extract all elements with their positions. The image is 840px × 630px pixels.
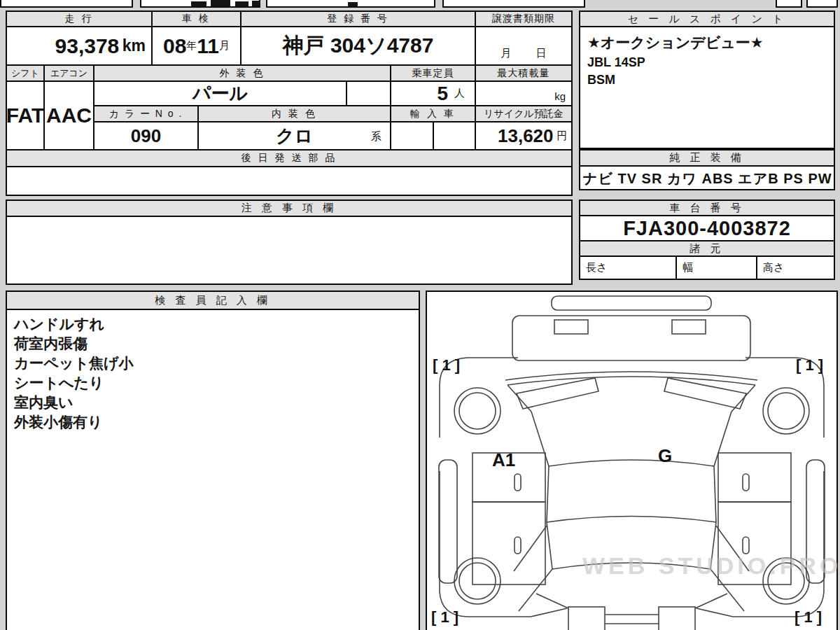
capacity-value: 5	[438, 83, 449, 105]
shift-value-cell: FAT	[7, 82, 45, 150]
interior-color-value: クロ	[276, 124, 313, 148]
cropped-top-row-cell	[442, 0, 585, 8]
chassis-value: FJA300-4003872	[580, 216, 834, 241]
import-header: 輸 入 車	[391, 106, 476, 122]
inspection-year: 08	[163, 34, 186, 58]
mileage-header: 走 行	[7, 12, 153, 27]
interior-color-suffix: 系	[371, 130, 382, 144]
corner-mark-rear-left: [ 1 ]	[431, 608, 458, 626]
front-plate-bar	[552, 296, 711, 310]
registration-header: 登 録 番 号	[241, 12, 476, 27]
color-no-value-cell: 090	[94, 122, 199, 150]
tail-lamp-left	[568, 607, 605, 630]
front-bumper	[512, 316, 750, 360]
shift-header: シフト	[7, 66, 45, 82]
shift-label: シフト	[11, 67, 39, 80]
caution-title: 注 意 事 項 欄	[241, 202, 337, 215]
specs-title: 諸 元	[690, 242, 724, 255]
color-no-value: 090	[131, 125, 161, 147]
panel-label-g: G	[658, 445, 672, 466]
sales-point-line: JBL 14SP	[580, 54, 834, 71]
aircon-value-cell: AAC	[45, 82, 94, 150]
import-value-cell-1	[391, 122, 434, 150]
exterior-color-label: 外 装 色	[220, 67, 265, 80]
recycle-value: 13,620	[498, 125, 554, 147]
chassis-header: 車 台 番 号	[580, 201, 834, 216]
inspection-month: 11	[197, 34, 219, 58]
spec-length-label: 長さ	[586, 261, 607, 274]
panel-label-a1: A1	[492, 449, 515, 470]
clipped-text-fragment	[348, 2, 358, 6]
inspector-header: 検 査 員 記 入 欄	[7, 292, 419, 310]
mileage-unit: km	[122, 36, 146, 55]
cropped-top-row-cell	[776, 0, 802, 8]
transfer-day-label: 日	[536, 47, 547, 60]
color-no-header: カ ラ ー N o .	[94, 106, 199, 122]
inspector-note: ハンドルすれ	[7, 314, 419, 334]
transfer-month-label: 月	[500, 47, 511, 60]
capacity-unit: 人	[454, 87, 465, 100]
mileage-value-cell: 93,378 km	[7, 27, 153, 66]
corner-mark-front-left: [ 1 ]	[433, 356, 460, 374]
registration-label: 登 録 番 号	[327, 13, 389, 25]
caution-box: 注 意 事 項 欄	[6, 200, 573, 285]
chassis-box: 車 台 番 号 FJA300-4003872 諸 元 長さ 幅 高さ	[579, 200, 835, 280]
caution-body	[7, 217, 571, 284]
capacity-label: 乗車定員	[412, 67, 454, 80]
sales-point-body: ★オークションデビュー★ JBL 14SP BSM	[580, 27, 834, 89]
equipment-title: 純 正 装 備	[669, 151, 745, 164]
registration-value-cell: 神戸 304ソ4787	[241, 27, 476, 66]
door-handle	[743, 474, 749, 491]
cropped-top-row-cell	[0, 0, 133, 8]
inspection-month-suffix: 月	[219, 39, 230, 52]
sales-point-box: セ ー ル ス ポ イ ン ト ★オークションデビュー★ JBL 14SP BS…	[579, 10, 835, 149]
spec-length-cell: 長さ	[580, 257, 677, 279]
later-parts-header: 後 日 発 送 部 品	[7, 150, 571, 167]
sales-point-line: ★オークションデビュー★	[580, 31, 834, 54]
shift-value: FAT	[7, 104, 44, 127]
transfer-doc-header: 譲渡書類期限	[476, 12, 571, 27]
inspector-note: 外装小傷有り	[7, 412, 419, 432]
wheel-rear-left	[454, 558, 500, 604]
color-no-label: カ ラ ー N o .	[109, 108, 183, 120]
clipped-text-fragment	[211, 0, 230, 6]
inspector-body: ハンドルすれ 荷室内張傷 カーペット焦げ小 シートへたり 室内臭い 外装小傷有り	[7, 310, 419, 432]
inspector-note: カーペット焦げ小	[7, 354, 419, 373]
corner-mark-rear-right: [ 1 ]	[794, 608, 822, 626]
car-diagram-box: [ 1 ] [ 1 ] [ 1 ] [ 1 ] A1 G WEB STUDIO.…	[426, 290, 838, 630]
equipment-header: 純 正 装 備	[580, 150, 834, 167]
later-parts-value-cell	[7, 167, 571, 195]
specs-row: 長さ 幅 高さ	[580, 257, 834, 279]
sales-point-line: BSM	[580, 71, 834, 89]
front-lamp-left	[554, 320, 588, 334]
exterior-color-value: パール	[192, 82, 248, 106]
interior-color-label: 内 装 色	[272, 108, 317, 120]
aircon-header: エアコン	[45, 66, 94, 82]
wheel-front-right	[763, 388, 809, 434]
watermark: WEB STUDIO.PRO	[582, 552, 840, 580]
sales-point-header: セ ー ル ス ポ イ ン ト	[580, 12, 834, 27]
inspector-note: 室内臭い	[7, 393, 419, 412]
aircon-label: エアコン	[50, 67, 88, 80]
door-front-right	[718, 453, 791, 502]
import-label: 輸 入 車	[410, 108, 456, 120]
max-load-header: 最大積載量	[476, 66, 571, 82]
max-load-value-cell: kg	[476, 82, 571, 106]
mileage-label: 走 行	[65, 13, 94, 25]
exterior-color-extra-cell	[347, 82, 391, 106]
equipment-box: 純 正 装 備 ナビ TV SR カワ ABS エアB PS PW	[579, 149, 835, 190]
capacity-value-cell: 5 人	[391, 82, 476, 106]
front-lamp-right	[672, 320, 706, 334]
caution-header: 注 意 事 項 欄	[7, 201, 571, 217]
exterior-color-header: 外 装 色	[94, 66, 391, 82]
spec-height-cell: 高さ	[757, 257, 834, 279]
interior-color-header: 内 装 色	[199, 106, 391, 122]
spec-width-cell: 幅	[677, 257, 757, 279]
clipped-text-fragment	[235, 1, 248, 6]
inspection-header: 車 検	[153, 12, 241, 27]
inspector-title: 検 査 員 記 入 欄	[155, 294, 271, 307]
inspector-note: 荷室内張傷	[7, 334, 419, 354]
inspector-note: シートへたり	[7, 373, 419, 393]
corner-mark-front-right: [ 1 ]	[796, 356, 823, 374]
later-parts-label: 後 日 発 送 部 品	[241, 152, 337, 164]
